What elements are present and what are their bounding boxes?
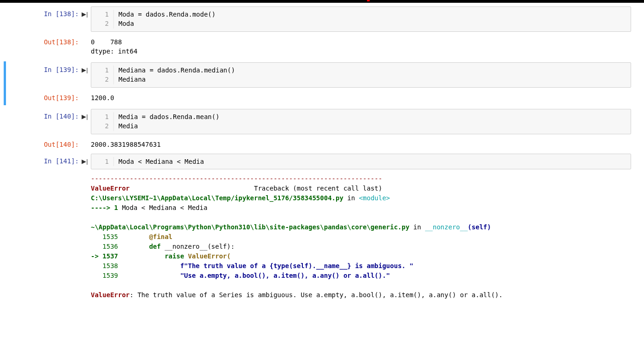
traceback-header: Traceback (most recent call last) xyxy=(254,185,382,192)
line-number: 2 xyxy=(91,121,114,131)
traceback-module: <module> xyxy=(359,194,390,202)
traceback-file: ~\AppData\Local\Programs\Python\Python31… xyxy=(91,223,409,231)
code-editor[interactable]: 1Mediana = dados.Renda.median() 2Mediana xyxy=(91,62,631,88)
run-cell-icon[interactable]: ▶| xyxy=(82,67,88,73)
notebook-container: In [138]: ▶| 1Moda = dados.Renda.mode() … xyxy=(0,3,644,322)
input-prompt: In [140]: xyxy=(44,113,79,120)
line-number: 1 xyxy=(91,10,114,19)
code-cell[interactable]: In [140]: ▶| 1Media = dados.Renda.mean()… xyxy=(4,108,640,135)
output-text: 2000.3831988547631 xyxy=(91,137,631,151)
traceback-file: C:\Users\LYSEMI~1\AppData\Local\Temp/ipy… xyxy=(91,194,343,202)
code-line: Moda = dados.Renda.mode() xyxy=(118,10,216,19)
code-cell[interactable]: In [138]: ▶| 1Moda = dados.Renda.mode() … xyxy=(4,6,640,33)
code-cell[interactable]: In [141]: ▶| 1Moda < Mediana < Media xyxy=(4,153,640,170)
line-number: 2 xyxy=(91,75,114,84)
run-cell-icon[interactable]: ▶| xyxy=(82,158,88,164)
error-name: ValueError xyxy=(91,185,130,192)
output-cell: Out[138]: 0 788 dtype: int64 xyxy=(4,34,640,59)
output-prompt: Out[138]: xyxy=(44,38,79,46)
output-cell: Out[140]: 2000.3831988547631 xyxy=(4,136,640,152)
traceback: ----------------------------------------… xyxy=(91,172,631,302)
error-message: : The truth value of a Series is ambiguo… xyxy=(130,291,502,299)
line-number: 2 xyxy=(91,19,114,28)
output-prompt: Out[139]: xyxy=(44,94,79,102)
recording-indicator-icon xyxy=(367,0,370,1)
code-line: Moda xyxy=(118,19,134,28)
code-line: Mediana xyxy=(118,75,146,84)
traceback-method: __nonzero__ xyxy=(425,223,468,231)
error-name: ValueError xyxy=(91,291,130,299)
output-text: 1200.0 xyxy=(91,90,631,104)
window-titlebar xyxy=(0,0,644,3)
code-line: Moda < Mediana < Media xyxy=(118,157,204,166)
run-cell-icon[interactable]: ▶| xyxy=(82,114,88,120)
code-editor[interactable]: 1Moda = dados.Renda.mode() 2Moda xyxy=(91,6,631,32)
line-number: 1 xyxy=(91,157,114,166)
code-editor[interactable]: 1Media = dados.Renda.mean() 2Media xyxy=(91,109,631,134)
traceback-arrow: ----> 1 xyxy=(91,204,122,211)
input-prompt: In [138]: xyxy=(44,10,79,18)
line-number: 1 xyxy=(91,66,114,75)
code-line: Media = dados.Renda.mean() xyxy=(118,112,219,121)
line-number: 1 xyxy=(91,112,114,121)
output-prompt: Out[140]: xyxy=(44,141,79,148)
code-cell[interactable]: In [139]: ▶| 1Mediana = dados.Renda.medi… xyxy=(6,61,640,89)
run-cell-icon[interactable]: ▶| xyxy=(82,11,88,17)
input-prompt: In [141]: xyxy=(44,157,79,165)
code-line: Mediana = dados.Renda.median() xyxy=(118,66,235,75)
input-prompt: In [139]: xyxy=(44,66,79,73)
output-text: 0 788 dtype: int64 xyxy=(91,35,631,58)
code-editor[interactable]: 1Moda < Mediana < Media xyxy=(91,154,631,169)
code-line: Media xyxy=(118,121,138,131)
error-output: ----------------------------------------… xyxy=(4,171,640,303)
output-cell: Out[139]: 1200.0 xyxy=(6,90,640,105)
traceback-separator: ----------------------------------------… xyxy=(91,175,382,182)
